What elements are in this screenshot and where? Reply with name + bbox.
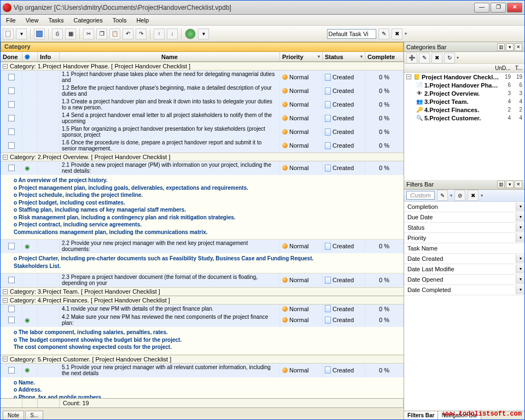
- filter-row[interactable]: Due Date▾: [404, 212, 524, 223]
- print-icon[interactable]: ⎙: [52, 28, 63, 39]
- filter-row[interactable]: Completion▾: [404, 202, 524, 212]
- panel-close-icon[interactable]: ✕: [515, 180, 522, 188]
- tree-item[interactable]: 👥3.Project Team.44: [404, 97, 524, 106]
- filter-row[interactable]: Date Created▾: [404, 254, 524, 264]
- filter-row[interactable]: Task Name: [404, 243, 524, 254]
- preview-icon[interactable]: ▦: [65, 28, 76, 39]
- done-checkbox[interactable]: [8, 142, 15, 149]
- tree-add-icon[interactable]: ➕: [406, 52, 417, 63]
- group-row[interactable]: −Category: 4.Project Finances. [ Project…: [1, 296, 404, 305]
- done-checkbox[interactable]: [8, 317, 15, 323]
- filter-row[interactable]: Date Completed▾: [404, 285, 524, 295]
- status-cell[interactable]: Created: [325, 165, 354, 172]
- filter-dd-icon[interactable]: ▾: [481, 193, 483, 198]
- priority-cell[interactable]: Normal: [282, 129, 308, 135]
- col-priority[interactable]: Priority▾: [280, 52, 323, 61]
- done-checkbox[interactable]: [8, 277, 15, 283]
- task-row[interactable]: 1.5 Plan for organizing a project handov…: [1, 125, 404, 139]
- task-row[interactable]: 1.2 Before the project handover phase's …: [1, 84, 404, 98]
- done-checkbox[interactable]: [8, 367, 15, 374]
- group-row[interactable]: −Category: 1.Project Handover Phase. [ P…: [1, 62, 404, 71]
- tree-del-icon[interactable]: ✖: [431, 52, 442, 63]
- paste-icon[interactable]: 📋: [109, 28, 120, 39]
- close-button[interactable]: ✕: [507, 3, 522, 13]
- status-cell[interactable]: Created: [325, 142, 354, 149]
- filter-save-icon[interactable]: ✎: [437, 190, 448, 201]
- status-cell[interactable]: Created: [325, 317, 354, 324]
- filter-row[interactable]: Priority▾: [404, 233, 524, 243]
- filter-dropdown-icon[interactable]: ▾: [516, 202, 524, 211]
- redo-icon[interactable]: ↷: [136, 28, 147, 39]
- tree-dropdown-icon[interactable]: ▾: [457, 55, 459, 60]
- col-name[interactable]: Name: [60, 52, 280, 61]
- task-row[interactable]: 1.1 Project handover phase takes place w…: [1, 71, 404, 84]
- save-icon[interactable]: [34, 28, 45, 39]
- status-cell[interactable]: Created: [325, 74, 354, 81]
- undo-icon[interactable]: ↶: [122, 28, 133, 39]
- priority-cell[interactable]: Normal: [282, 277, 308, 283]
- tree-col-undone[interactable]: UnD...: [493, 64, 512, 72]
- maximize-button[interactable]: ❐: [491, 3, 506, 13]
- col-status[interactable]: Status▾: [323, 52, 365, 61]
- menu-help[interactable]: Help: [132, 16, 153, 25]
- filter-delete-icon[interactable]: ✖: [468, 190, 479, 201]
- priority-cell[interactable]: Normal: [282, 367, 308, 374]
- menu-view[interactable]: View: [21, 16, 43, 25]
- filter-clear-icon[interactable]: ⊘: [454, 190, 465, 201]
- group-toggle-icon[interactable]: −: [3, 357, 8, 361]
- filter-icon[interactable]: [185, 28, 196, 39]
- filter-save-dd-icon[interactable]: ▾: [450, 193, 452, 198]
- status-cell[interactable]: Created: [325, 366, 354, 374]
- panel-pin-icon[interactable]: ▾: [506, 180, 514, 188]
- priority-cell[interactable]: Normal: [282, 88, 308, 94]
- filter-dropdown-icon[interactable]: ▾: [516, 234, 524, 242]
- done-checkbox[interactable]: [8, 165, 15, 171]
- open-dropdown-icon[interactable]: ▾: [16, 28, 27, 39]
- menu-tools[interactable]: Tools: [108, 16, 131, 25]
- panel-close-icon[interactable]: ✕: [515, 43, 522, 51]
- group-row[interactable]: −Category: 2.Project Overview. [ Project…: [1, 153, 404, 161]
- task-row[interactable]: 4.1 rovide your new PM with details of t…: [1, 305, 404, 313]
- view-combo[interactable]: [327, 29, 376, 39]
- status-cell[interactable]: Created: [325, 243, 354, 250]
- col-complete[interactable]: Complete: [365, 52, 404, 61]
- filter-dropdown-icon[interactable]: ▾: [516, 285, 524, 294]
- tree-expand-icon[interactable]: −: [406, 74, 411, 79]
- priority-cell[interactable]: Normal: [282, 74, 308, 80]
- status-cell[interactable]: Created: [325, 129, 354, 136]
- group-toggle-icon[interactable]: −: [3, 289, 8, 294]
- done-checkbox[interactable]: [8, 306, 15, 312]
- panel-option-icon[interactable]: ▥: [497, 43, 505, 51]
- status-cell[interactable]: Created: [325, 115, 354, 122]
- done-checkbox[interactable]: [8, 74, 15, 80]
- task-row[interactable]: ◉5.1 Provide your new project manager wi…: [1, 364, 404, 377]
- bottom-tab[interactable]: S...: [25, 411, 43, 419]
- filter-dropdown-icon[interactable]: ▾: [516, 223, 524, 232]
- status-cell[interactable]: Created: [325, 305, 354, 312]
- filter-dropdown-icon[interactable]: ▾: [198, 28, 209, 39]
- tree-item[interactable]: 📄1.Project Handover Phase.66: [404, 81, 524, 89]
- down-icon[interactable]: ↓: [167, 28, 178, 39]
- filter-custom-button[interactable]: Custom: [406, 191, 435, 200]
- view-dropdown-icon[interactable]: ▾: [405, 31, 407, 36]
- task-row[interactable]: 1.4 Send a project handover email letter…: [1, 112, 404, 125]
- task-row[interactable]: ◉2.1 Provide a new project manager (PM) …: [1, 161, 404, 175]
- status-cell[interactable]: Created: [325, 88, 354, 95]
- filter-dropdown-icon[interactable]: ▾: [516, 275, 524, 284]
- panel-tab[interactable]: Filters Bar: [404, 411, 438, 419]
- view-delete-icon[interactable]: ✖: [392, 28, 402, 39]
- menu-file[interactable]: File: [2, 16, 20, 25]
- tree-item[interactable]: 🔍5.Project Customer.44: [404, 114, 524, 122]
- col-done[interactable]: Done: [1, 52, 22, 61]
- minimize-button[interactable]: —: [474, 3, 489, 13]
- done-checkbox[interactable]: [8, 101, 15, 108]
- done-checkbox[interactable]: [8, 243, 15, 249]
- cut-icon[interactable]: ✂: [83, 28, 94, 39]
- col-flag[interactable]: ◉: [22, 52, 38, 61]
- filter-row[interactable]: Date Last Modifie▾: [404, 264, 524, 275]
- priority-cell[interactable]: Normal: [282, 317, 308, 323]
- tree-item[interactable]: 👁2.Project Overview.33: [404, 89, 524, 97]
- copy-icon[interactable]: ❐: [96, 28, 107, 39]
- task-row[interactable]: ◉4.2 Make sure your new PM has reviewed …: [1, 313, 404, 327]
- menu-categories[interactable]: Categories: [69, 16, 107, 25]
